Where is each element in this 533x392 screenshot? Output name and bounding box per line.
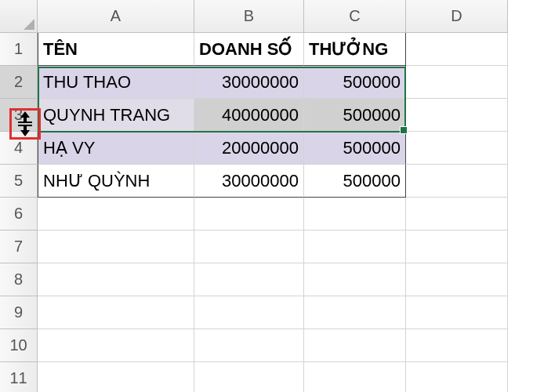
cell-D8[interactable] xyxy=(406,263,508,296)
cell-B6[interactable] xyxy=(194,198,304,230)
cell-B5[interactable]: 30000000 xyxy=(194,165,304,198)
row-header-4[interactable]: 4 xyxy=(0,132,38,165)
cell-A7[interactable] xyxy=(38,230,194,263)
col-header-A[interactable]: A xyxy=(38,0,194,33)
col-header-D[interactable]: D xyxy=(406,0,508,33)
cell-C9[interactable] xyxy=(304,296,406,329)
cell-A4[interactable]: HẠ VY xyxy=(38,132,194,165)
cell-A10[interactable] xyxy=(38,329,194,362)
cell-A3[interactable]: QUYNH TRANG xyxy=(38,99,194,132)
cell-B10[interactable] xyxy=(194,329,304,362)
cell-B8[interactable] xyxy=(194,263,304,296)
row-header-6[interactable]: 6 xyxy=(0,198,38,230)
row-header-1[interactable]: 1 xyxy=(0,33,38,66)
cell-D1[interactable] xyxy=(406,33,508,66)
cell-C1[interactable]: THƯỞNG xyxy=(304,33,406,66)
spreadsheet-grid: A B C D 1 TÊN DOANH SỐ THƯỞNG 2 THU THAO… xyxy=(0,0,533,392)
cell-C5[interactable]: 500000 xyxy=(304,165,406,198)
col-header-C[interactable]: C xyxy=(304,0,406,33)
cell-B3[interactable]: 40000000 xyxy=(194,99,304,132)
cell-D7[interactable] xyxy=(406,230,508,263)
cell-C6[interactable] xyxy=(304,198,406,230)
cell-A1[interactable]: TÊN xyxy=(38,33,194,66)
cell-C2[interactable]: 500000 xyxy=(304,66,406,99)
cell-D4[interactable] xyxy=(406,132,508,165)
cell-A6[interactable] xyxy=(38,198,194,230)
cell-A2[interactable]: THU THAO xyxy=(38,66,194,99)
row-header-9[interactable]: 9 xyxy=(0,296,38,329)
cell-D3[interactable] xyxy=(406,99,508,132)
col-header-B[interactable]: B xyxy=(194,0,304,33)
row-header-2[interactable]: 2 xyxy=(0,66,38,99)
cell-A5[interactable]: NHƯ QUỲNH xyxy=(38,165,194,198)
row-header-5[interactable]: 5 xyxy=(0,165,38,198)
cell-D9[interactable] xyxy=(406,296,508,329)
cell-B4[interactable]: 20000000 xyxy=(194,132,304,165)
cell-C7[interactable] xyxy=(304,230,406,263)
row-header-3[interactable]: 3 xyxy=(0,99,38,132)
row-header-10[interactable]: 10 xyxy=(0,329,38,362)
cell-D10[interactable] xyxy=(406,329,508,362)
cell-D5[interactable] xyxy=(406,165,508,198)
cell-C3[interactable]: 500000 xyxy=(304,99,406,132)
cell-B9[interactable] xyxy=(194,296,304,329)
cell-C8[interactable] xyxy=(304,263,406,296)
cell-A8[interactable] xyxy=(38,263,194,296)
row-header-7[interactable]: 7 xyxy=(0,230,38,263)
cell-B7[interactable] xyxy=(194,230,304,263)
select-all-corner[interactable] xyxy=(0,0,38,33)
cell-C10[interactable] xyxy=(304,329,406,362)
cell-B1[interactable]: DOANH SỐ xyxy=(194,33,304,66)
cell-B2[interactable]: 30000000 xyxy=(194,66,304,99)
cell-D11[interactable] xyxy=(406,362,508,392)
row-header-8[interactable]: 8 xyxy=(0,263,38,296)
row-header-11[interactable]: 11 xyxy=(0,362,38,392)
cell-B11[interactable] xyxy=(194,362,304,392)
cell-C4[interactable]: 500000 xyxy=(304,132,406,165)
cell-C11[interactable] xyxy=(304,362,406,392)
cell-A9[interactable] xyxy=(38,296,194,329)
cell-D2[interactable] xyxy=(406,66,508,99)
cell-A11[interactable] xyxy=(38,362,194,392)
cell-D6[interactable] xyxy=(406,198,508,230)
